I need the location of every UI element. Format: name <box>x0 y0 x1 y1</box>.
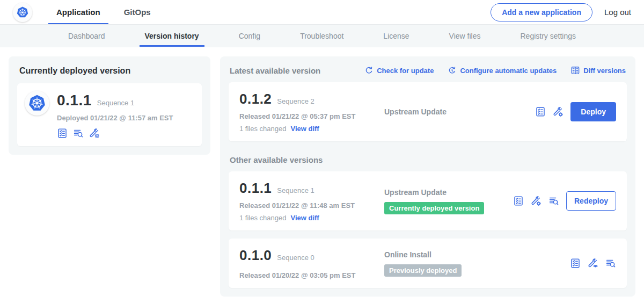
previously-deployed-badge: Previously deployed <box>384 264 462 277</box>
tab-application[interactable]: Application <box>48 0 108 24</box>
add-application-button[interactable]: Add a new application <box>491 3 592 21</box>
deploy-button[interactable]: Deploy <box>570 102 616 121</box>
logs-magnifier-icon[interactable] <box>73 128 84 139</box>
other-versions-title: Other available versions <box>230 155 626 164</box>
configure-automatic-updates-label: Configure automatic updates <box>460 67 557 75</box>
subnav-tab-registry-settings[interactable]: Registry settings <box>515 25 581 47</box>
view-diff-link[interactable]: View diff <box>290 214 319 222</box>
check-for-update-link[interactable]: Check for update <box>364 66 434 75</box>
redeploy-button[interactable]: Redeploy <box>566 191 616 211</box>
files-changed-label: 1 files changed <box>239 214 286 222</box>
preflight-checklist-icon[interactable] <box>513 196 524 206</box>
latest-version-title: Latest available version <box>230 66 320 75</box>
version-source: Upstream Update <box>384 107 535 116</box>
view-diff-link[interactable]: View diff <box>290 125 319 133</box>
version-row-0-1-2: 0.1.2 Sequence 2 Released 01/21/22 @ 05:… <box>229 82 627 141</box>
deployed-panel-title: Currently deployed version <box>19 66 202 76</box>
config-wrench-gear-icon[interactable] <box>553 106 564 117</box>
subnav-tab-view-files[interactable]: View files <box>444 25 486 47</box>
subnav-tab-config[interactable]: Config <box>233 25 266 47</box>
top-header: Application GitOps Add a new application… <box>0 0 644 25</box>
version-row-0-1-1: 0.1.1 Sequence 1 Released 01/21/22 @ 11:… <box>229 171 627 230</box>
version-source: Online Install <box>384 250 570 259</box>
config-wrench-gear-icon[interactable] <box>531 196 541 206</box>
version-number: 0.1.2 <box>239 91 272 107</box>
released-timestamp: Released 01/21/22 @ 05:37 pm EST <box>239 112 374 120</box>
sequence-label: Sequence 2 <box>277 97 314 105</box>
diff-versions-link[interactable]: Diff versions <box>570 66 626 75</box>
logs-magnifier-icon[interactable] <box>605 258 616 269</box>
sequence-label: Sequence 0 <box>277 254 314 262</box>
clock-refresh-icon <box>448 66 457 75</box>
currently-deployed-panel: Currently deployed version 0.1.1 Sequenc… <box>9 56 210 155</box>
subnav-tab-troubleshoot[interactable]: Troubleshoot <box>295 25 349 47</box>
currently-deployed-badge: Currently deployed version <box>384 202 484 214</box>
preflight-checklist-icon[interactable] <box>570 258 581 269</box>
tab-gitops[interactable]: GitOps <box>116 0 159 24</box>
config-wrench-gear-icon[interactable] <box>89 128 100 139</box>
preflight-checklist-icon[interactable] <box>57 128 68 139</box>
deployed-timestamp: Deployed 01/21/22 @ 11:57 am EST <box>57 114 173 122</box>
deployed-sequence-label: Sequence 1 <box>97 99 134 107</box>
subnav-tab-dashboard[interactable]: Dashboard <box>63 25 111 47</box>
released-timestamp: Released 01/20/22 @ 03:05 pm EST <box>239 271 374 279</box>
deployed-version-number: 0.1.1 <box>57 92 92 109</box>
config-wrench-eye-icon[interactable] <box>588 258 598 269</box>
main-content: Currently deployed version 0.1.1 Sequenc… <box>0 47 644 303</box>
refresh-icon <box>364 66 374 75</box>
version-source: Upstream Update <box>384 188 513 197</box>
files-changed-label: 1 files changed <box>239 125 286 133</box>
version-number: 0.1.1 <box>239 180 272 197</box>
kubernetes-logo-icon <box>13 3 32 22</box>
released-timestamp: Released 01/21/22 @ 11:48 am EST <box>239 201 374 210</box>
kubernetes-logo-icon <box>25 91 49 116</box>
preflight-checklist-icon[interactable] <box>535 106 546 117</box>
logout-button[interactable]: Log out <box>604 8 631 17</box>
version-row-0-1-0: 0.1.0 Sequence 0 Released 01/20/22 @ 03:… <box>229 239 627 288</box>
diff-versions-label: Diff versions <box>583 67 626 75</box>
app-logo[interactable] <box>13 0 32 24</box>
version-history-panel: Latest available version Check for updat… <box>220 56 635 297</box>
version-number: 0.1.0 <box>239 247 272 264</box>
subnav-tab-version-history[interactable]: Version history <box>140 25 204 47</box>
configure-automatic-updates-link[interactable]: Configure automatic updates <box>448 66 557 75</box>
sequence-label: Sequence 1 <box>277 186 314 194</box>
deployed-version-card: 0.1.1 Sequence 1 Deployed 01/21/22 @ 11:… <box>17 83 202 146</box>
subnav-tab-license[interactable]: License <box>378 25 414 47</box>
check-for-update-label: Check for update <box>377 67 434 75</box>
app-subnav: Dashboard Version history Config Trouble… <box>0 25 644 47</box>
logs-magnifier-icon[interactable] <box>548 196 559 206</box>
diff-table-icon <box>570 66 580 75</box>
